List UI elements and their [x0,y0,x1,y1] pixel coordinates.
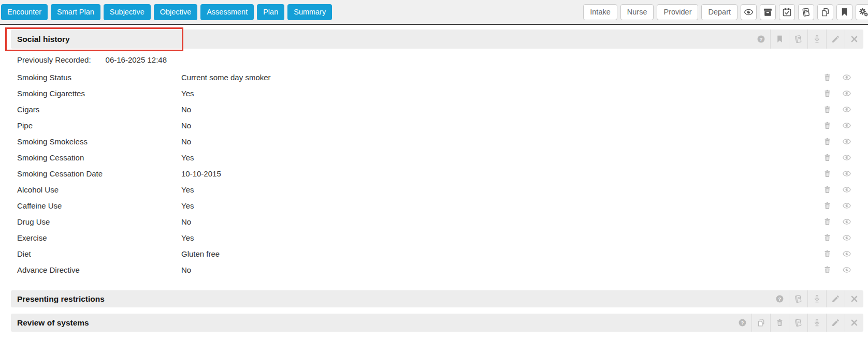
delete-row-button[interactable] [823,217,832,226]
copy-button[interactable] [751,314,770,332]
view-row-button[interactable] [842,89,852,98]
row-value: No [181,105,823,114]
delete-row-button[interactable] [823,121,832,130]
view-row-button[interactable] [842,233,852,242]
edit-button[interactable] [826,29,845,49]
bookmark-button[interactable] [770,29,789,49]
delete-row-button[interactable] [823,105,832,114]
eye-icon [842,73,852,82]
eye-icon [744,7,754,17]
book-button[interactable] [789,29,807,49]
edit-button[interactable] [826,290,845,307]
view-row-button[interactable] [842,249,852,258]
edit-button[interactable] [826,314,845,332]
tab-encounter[interactable]: Encounter [1,4,48,20]
delete-row-button[interactable] [823,137,832,146]
tab-smart-plan[interactable]: Smart Plan [51,4,100,20]
section-header-review-of-systems: Review of systems [11,314,863,332]
pencil-icon [831,318,840,327]
eye-icon [842,137,852,146]
delete-row-button[interactable] [823,265,832,274]
view-row-button[interactable] [842,153,852,162]
nurse-button[interactable]: Nurse [620,4,654,20]
view-row-button[interactable] [842,105,852,114]
view-row-button[interactable] [842,201,852,210]
tab-summary[interactable]: Summary [287,4,332,20]
close-button[interactable] [845,29,863,49]
eye-icon [842,89,852,98]
archive-button[interactable] [760,4,776,20]
microphone-button[interactable] [807,29,826,49]
close-icon [850,294,859,303]
copy-icon [820,7,830,17]
trash-icon [823,73,832,82]
row-value: No [181,121,823,130]
row-value: Yes [181,153,823,162]
table-row: Smoking Cessation Date 10-10-2015 [0,166,868,182]
copy-button[interactable] [817,4,833,20]
archive-icon [763,7,773,17]
provider-button[interactable]: Provider [657,4,698,20]
close-button[interactable] [845,314,863,332]
delete-row-button[interactable] [823,249,832,258]
depart-button[interactable]: Depart [701,4,737,20]
view-row-button[interactable] [842,169,852,178]
trash-icon [823,137,832,146]
toolbar-right-group: Intake Nurse Provider Depart [583,4,868,20]
book-button[interactable] [789,290,807,307]
bookmark-button[interactable] [836,4,852,20]
view-row-button[interactable] [842,185,852,194]
calendar-check-button[interactable] [779,4,795,20]
eye-button[interactable] [741,4,757,20]
view-row-button[interactable] [842,73,852,82]
row-label: Smoking Cessation Date [17,169,181,178]
microphone-button[interactable] [807,314,826,332]
trash-icon [823,249,832,258]
row-label: Alcohol Use [17,185,181,194]
row-value: No [181,217,823,226]
view-row-button[interactable] [842,121,852,130]
view-row-button[interactable] [842,137,852,146]
pencil-icon [831,35,840,43]
microphone-button[interactable] [807,290,826,307]
bookmark-icon [775,35,784,43]
row-label: Exercise [17,233,181,242]
delete-row-button[interactable] [823,73,832,82]
view-row-button[interactable] [842,265,852,274]
settings-gears-icon [859,7,868,17]
delete-button[interactable] [770,314,789,332]
section-title: Presenting restrictions [11,294,105,304]
help-button[interactable] [751,29,770,49]
row-label: Diet [17,249,181,258]
previously-recorded-row: Previously Recorded: 06-16-2025 12:48 [17,54,868,65]
tab-objective[interactable]: Objective [154,4,197,20]
settings-button[interactable] [856,4,868,20]
book-button[interactable] [789,314,807,332]
previously-recorded-label: Previously Recorded: [17,55,91,64]
row-label: Smoking Cessation [17,153,181,162]
row-value: No [181,137,823,146]
row-label: Smoking Status [17,73,181,82]
tab-subjective[interactable]: Subjective [104,4,151,20]
eye-icon [842,233,852,242]
delete-row-button[interactable] [823,89,832,98]
book-button[interactable] [798,4,814,20]
intake-button[interactable]: Intake [583,4,617,20]
section-header-actions [751,29,863,49]
section-header-presenting-restrictions: Presenting restrictions [11,290,863,307]
eye-icon [842,201,852,210]
help-button[interactable] [733,314,751,332]
section-title: Social history [11,35,70,44]
tab-assessment[interactable]: Assessment [200,4,254,20]
delete-row-button[interactable] [823,169,832,178]
delete-row-button[interactable] [823,233,832,242]
calendar-check-icon [782,7,792,17]
delete-row-button[interactable] [823,201,832,210]
row-label: Smoking Cigarettes [17,89,181,98]
delete-row-button[interactable] [823,185,832,194]
help-button[interactable] [770,290,789,307]
delete-row-button[interactable] [823,153,832,162]
view-row-button[interactable] [842,217,852,226]
close-button[interactable] [845,290,863,307]
tab-plan[interactable]: Plan [257,4,284,20]
